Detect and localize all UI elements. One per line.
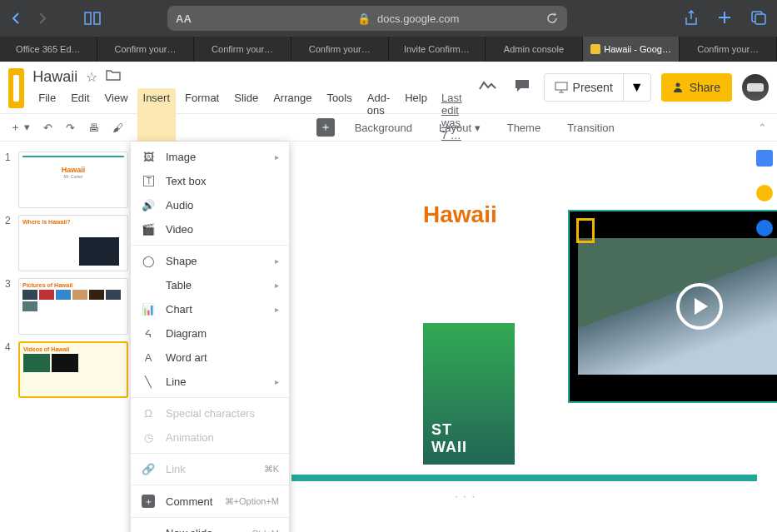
video-icon: 🎬 bbox=[141, 223, 156, 236]
side-panel-rail bbox=[752, 142, 777, 236]
reload-button[interactable] bbox=[545, 12, 559, 25]
slide-accent-bar bbox=[291, 475, 757, 481]
insert-image[interactable]: 🖼Image▸ bbox=[131, 145, 289, 169]
wordart-icon: A bbox=[141, 351, 156, 364]
chart-icon: 📊 bbox=[141, 303, 156, 316]
slides-logo[interactable] bbox=[8, 68, 24, 108]
toolbar-collapse-icon[interactable]: ⌃ bbox=[758, 122, 767, 134]
insert-special-chars: ΩSpecial characters bbox=[131, 401, 289, 425]
slide-thumb-1[interactable]: 1 HawaiiMr. Cortez bbox=[0, 148, 133, 211]
redo-button[interactable]: ↷ bbox=[66, 122, 75, 134]
browser-tab[interactable]: Invite Confirm… bbox=[389, 37, 486, 62]
activity-icon[interactable] bbox=[476, 76, 501, 99]
insert-animation: ◷Animation bbox=[131, 425, 289, 450]
slide-thumb-3[interactable]: 3 Pictures of Hawaii bbox=[0, 275, 133, 338]
insert-diagram[interactable]: ᔦDiagram bbox=[131, 321, 289, 346]
insert-wordart[interactable]: AWord art bbox=[131, 346, 289, 370]
menu-format[interactable]: Format bbox=[179, 88, 225, 145]
safari-toolbar: AA 🔒 docs.google.com bbox=[0, 0, 777, 37]
share-icon[interactable] bbox=[684, 10, 699, 27]
filmstrip[interactable]: 1 HawaiiMr. Cortez 2 Where is Hawaii? 3 … bbox=[0, 142, 133, 532]
menu-view[interactable]: View bbox=[99, 88, 134, 145]
menu-file[interactable]: File bbox=[32, 88, 62, 145]
book-icon[interactable] bbox=[83, 11, 102, 26]
inserted-video-selected[interactable] bbox=[568, 210, 777, 403]
insert-shape[interactable]: ◯Shape▸ bbox=[131, 249, 289, 273]
app-header: Hawaii ☆ File Edit View Insert Format Sl… bbox=[0, 62, 777, 113]
forward-button[interactable] bbox=[37, 12, 48, 25]
tabs-button[interactable] bbox=[750, 10, 767, 27]
browser-tab[interactable]: Admin console bbox=[486, 37, 583, 62]
natgeo-logo-icon bbox=[576, 218, 595, 243]
browser-tab[interactable]: Confirm your… bbox=[97, 37, 195, 62]
slide-thumb-2[interactable]: 2 Where is Hawaii? bbox=[0, 211, 133, 275]
audio-icon: 🔊 bbox=[141, 199, 156, 211]
svg-rect-2 bbox=[555, 82, 567, 90]
theme-button[interactable]: Theme bbox=[501, 118, 547, 137]
move-to-folder-icon[interactable] bbox=[106, 69, 121, 84]
transition-button[interactable]: Transition bbox=[560, 118, 621, 137]
paint-format-button[interactable]: 🖌 bbox=[112, 122, 123, 134]
print-button[interactable]: 🖶 bbox=[88, 122, 99, 134]
line-icon: ╲ bbox=[141, 375, 156, 388]
insert-chart[interactable]: 📊Chart▸ bbox=[131, 297, 289, 321]
play-icon[interactable] bbox=[676, 283, 723, 330]
svg-rect-1 bbox=[755, 14, 765, 24]
menu-insert[interactable]: Insert bbox=[137, 88, 177, 145]
url-bar[interactable]: AA 🔒 docs.google.com bbox=[167, 6, 567, 31]
shape-icon: ◯ bbox=[141, 255, 156, 267]
inserted-image-left[interactable]: ST WAII bbox=[423, 323, 515, 465]
speaker-notes-handle[interactable]: · · · bbox=[456, 491, 476, 501]
comments-icon[interactable] bbox=[511, 75, 534, 100]
new-tab-button[interactable] bbox=[717, 10, 732, 27]
insert-audio[interactable]: 🔊Audio bbox=[131, 193, 289, 217]
undo-button[interactable]: ↶ bbox=[43, 122, 52, 134]
present-icon bbox=[555, 82, 568, 93]
insert-textbox[interactable]: 🅃Text box bbox=[131, 169, 289, 193]
tasks-addon-icon[interactable] bbox=[756, 220, 773, 236]
slide-number: 3 bbox=[5, 278, 13, 335]
insert-video[interactable]: 🎬Video bbox=[131, 217, 289, 241]
diagram-icon: ᔦ bbox=[141, 327, 156, 340]
link-icon: 🔗 bbox=[141, 463, 156, 475]
textbox-icon: 🅃 bbox=[141, 175, 156, 187]
browser-tab[interactable]: Confirm your… bbox=[680, 37, 777, 62]
comment-icon: ＋ bbox=[142, 495, 155, 508]
svg-point-3 bbox=[675, 83, 680, 87]
doc-title[interactable]: Hawaii bbox=[32, 68, 77, 86]
account-avatar[interactable] bbox=[742, 74, 769, 101]
browser-tab[interactable]: Confirm your… bbox=[194, 37, 291, 62]
background-button[interactable]: Background bbox=[348, 118, 419, 137]
url-domain: docs.google.com bbox=[377, 12, 459, 25]
back-button[interactable] bbox=[10, 12, 22, 25]
insert-table[interactable]: Table▸ bbox=[131, 273, 289, 297]
calendar-addon-icon[interactable] bbox=[756, 150, 773, 167]
browser-tab-active[interactable]: Hawaii - Goog… bbox=[583, 37, 680, 62]
lock-icon: 🔒 bbox=[357, 12, 371, 25]
omega-icon: Ω bbox=[141, 407, 156, 420]
present-dropdown-button[interactable]: ▼ bbox=[624, 74, 650, 101]
text-size-button[interactable]: AA bbox=[176, 12, 192, 25]
layout-button[interactable]: Layout ▾ bbox=[432, 118, 487, 137]
menu-edit[interactable]: Edit bbox=[65, 88, 95, 145]
new-slide-button[interactable]: ＋ ▾ bbox=[10, 120, 30, 135]
menu-slide[interactable]: Slide bbox=[228, 88, 264, 145]
star-icon[interactable]: ☆ bbox=[86, 69, 97, 85]
browser-tabbar: Office 365 Ed… Confirm your… Confirm you… bbox=[0, 37, 777, 62]
insert-line[interactable]: ╲Line▸ bbox=[131, 370, 289, 394]
present-button[interactable]: Present bbox=[545, 74, 624, 101]
insert-link: 🔗Link⌘K bbox=[131, 457, 289, 481]
insert-comment[interactable]: ＋Comment⌘+Option+M bbox=[131, 489, 289, 514]
add-box-button[interactable]: ＋ bbox=[316, 118, 335, 137]
browser-tab[interactable]: Office 365 Ed… bbox=[0, 37, 97, 62]
insert-menu-dropdown: 🖼Image▸ 🅃Text box 🔊Audio 🎬Video ◯Shape▸ … bbox=[131, 142, 289, 532]
keep-addon-icon[interactable] bbox=[756, 185, 773, 201]
browser-tab[interactable]: Confirm your… bbox=[291, 37, 389, 62]
slide-number: 1 bbox=[5, 152, 13, 208]
slide-thumb-4-selected[interactable]: 4 Videos of Hawaii bbox=[0, 338, 133, 401]
menu-arrange[interactable]: Arrange bbox=[267, 88, 317, 145]
slide-number: 2 bbox=[5, 215, 13, 271]
image-icon: 🖼 bbox=[141, 151, 156, 163]
share-button[interactable]: Share bbox=[661, 73, 732, 102]
insert-new-slide[interactable]: New slideCtrl+M bbox=[131, 521, 289, 532]
